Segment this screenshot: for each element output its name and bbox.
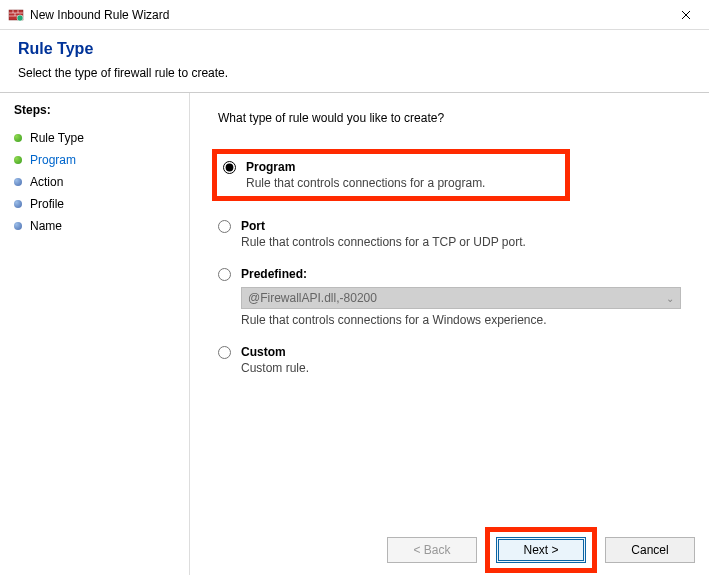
- question-text: What type of rule would you like to crea…: [218, 111, 681, 125]
- bullet-icon: [14, 178, 22, 186]
- next-button[interactable]: Next >: [496, 537, 586, 563]
- option-predefined: Predefined: @FirewallAPI.dll,-80200 ⌄ Ru…: [218, 267, 681, 327]
- option-desc: Custom rule.: [241, 361, 681, 375]
- step-label: Rule Type: [30, 131, 84, 145]
- rule-type-options: Program Rule that controls connections f…: [218, 149, 681, 375]
- step-program[interactable]: Program: [14, 149, 175, 171]
- close-icon: [681, 10, 691, 20]
- radio-custom[interactable]: [218, 346, 231, 359]
- highlight-marker: Program Rule that controls connections f…: [212, 149, 570, 201]
- back-button: < Back: [387, 537, 477, 563]
- step-label: Profile: [30, 197, 64, 211]
- wizard-footer: < Back Next > Cancel: [387, 527, 695, 573]
- option-title: Port: [241, 219, 681, 233]
- wizard-header: Rule Type Select the type of firewall ru…: [0, 30, 709, 92]
- option-desc: Rule that controls connections for a Win…: [241, 313, 681, 327]
- chevron-down-icon: ⌄: [666, 293, 674, 304]
- cancel-button[interactable]: Cancel: [605, 537, 695, 563]
- bullet-icon: [14, 134, 22, 142]
- step-profile[interactable]: Profile: [14, 193, 175, 215]
- step-action[interactable]: Action: [14, 171, 175, 193]
- window-title: New Inbound Rule Wizard: [30, 8, 671, 22]
- option-port: Port Rule that controls connections for …: [218, 219, 681, 249]
- option-title: Predefined:: [241, 267, 681, 281]
- radio-program[interactable]: [223, 161, 236, 174]
- option-program: Program Rule that controls connections f…: [218, 149, 681, 201]
- option-desc: Rule that controls connections for a TCP…: [241, 235, 681, 249]
- step-label: Action: [30, 175, 63, 189]
- predefined-value: @FirewallAPI.dll,-80200: [248, 291, 377, 305]
- option-title: Custom: [241, 345, 681, 359]
- wizard-main: What type of rule would you like to crea…: [190, 93, 709, 575]
- firewall-icon: [8, 7, 24, 23]
- svg-point-6: [17, 15, 23, 21]
- bullet-icon: [14, 222, 22, 230]
- page-title: Rule Type: [18, 40, 691, 58]
- step-rule-type[interactable]: Rule Type: [14, 127, 175, 149]
- bullet-icon: [14, 156, 22, 164]
- option-custom: Custom Custom rule.: [218, 345, 681, 375]
- page-subtitle: Select the type of firewall rule to crea…: [18, 66, 691, 80]
- bullet-icon: [14, 200, 22, 208]
- radio-predefined[interactable]: [218, 268, 231, 281]
- titlebar: New Inbound Rule Wizard: [0, 0, 709, 30]
- steps-sidebar: Steps: Rule Type Program Action Profile …: [0, 93, 190, 575]
- radio-port[interactable]: [218, 220, 231, 233]
- step-label: Name: [30, 219, 62, 233]
- step-name[interactable]: Name: [14, 215, 175, 237]
- highlight-marker: Next >: [485, 527, 597, 573]
- option-title: Program: [246, 160, 485, 174]
- predefined-dropdown: @FirewallAPI.dll,-80200 ⌄: [241, 287, 681, 309]
- option-desc: Rule that controls connections for a pro…: [246, 176, 485, 190]
- close-button[interactable]: [671, 0, 701, 30]
- step-label: Program: [30, 153, 76, 167]
- steps-heading: Steps:: [14, 103, 175, 117]
